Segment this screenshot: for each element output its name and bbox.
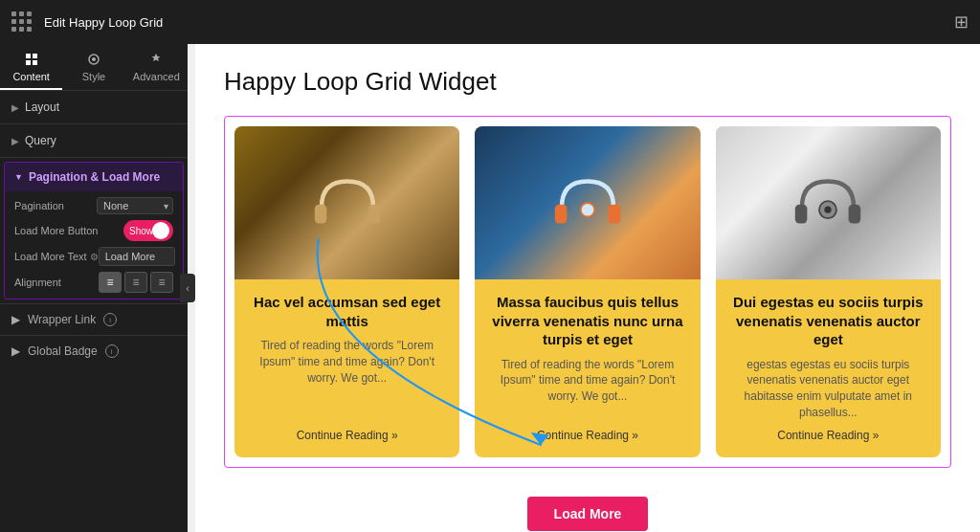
section-pagination-header[interactable]: ▼ Pagination & Load More bbox=[5, 163, 183, 191]
global-badge-info-icon: i bbox=[105, 344, 119, 358]
card-grid: Hac vel accumsan sed eget mattis Tired o… bbox=[224, 116, 951, 468]
svg-point-10 bbox=[581, 203, 594, 216]
tab-style[interactable]: Style bbox=[62, 44, 124, 90]
card-1: Hac vel accumsan sed eget mattis Tired o… bbox=[234, 126, 459, 457]
toggle-on-label: Show bbox=[129, 226, 153, 236]
dynamic-icon: ⚙ bbox=[90, 252, 99, 262]
pagination-label: Pagination bbox=[14, 200, 64, 211]
svg-point-5 bbox=[92, 57, 96, 61]
alignment-buttons: ≡ ≡ ≡ bbox=[99, 272, 173, 293]
svg-rect-7 bbox=[368, 205, 380, 224]
sidebar-collapse-button[interactable]: ‹ bbox=[180, 274, 195, 302]
tab-advanced[interactable]: Advanced bbox=[125, 44, 188, 90]
svg-rect-11 bbox=[795, 205, 808, 224]
card-1-excerpt: Tired of reading the words "Lorem Ipsum"… bbox=[248, 338, 446, 386]
svg-rect-2 bbox=[26, 60, 31, 65]
pagination-arrow-icon: ▼ bbox=[14, 172, 23, 182]
svg-rect-9 bbox=[609, 205, 621, 224]
card-2-link[interactable]: Continue Reading » bbox=[488, 429, 686, 442]
svg-rect-1 bbox=[33, 54, 37, 58]
global-badge-arrow: ▶ bbox=[11, 344, 20, 358]
load-more-text-label: Load More Text ⚙ bbox=[14, 251, 99, 262]
sidebar: Content Style Advanced ▶ Layout ▶ Query bbox=[0, 44, 188, 532]
toggle-knob bbox=[152, 222, 169, 239]
card-3-body: Dui egestas eu sociis turpis venenatis v… bbox=[716, 279, 941, 457]
section-query-header[interactable]: ▶ Query bbox=[0, 124, 188, 157]
pagination-select[interactable]: None Numbers Prev/Next bbox=[97, 197, 173, 214]
tab-content[interactable]: Content bbox=[0, 44, 62, 90]
load-more-toggle[interactable]: Show bbox=[123, 220, 173, 241]
card-3-excerpt: egestas egestas eu sociis turpis venenat… bbox=[729, 357, 927, 421]
load-more-button[interactable]: Load More bbox=[527, 497, 649, 531]
card-1-image bbox=[234, 126, 459, 279]
section-query: ▶ Query bbox=[0, 124, 188, 158]
query-arrow-icon: ▶ bbox=[11, 136, 19, 146]
section-global-badge[interactable]: ▶ Global Badge i bbox=[0, 335, 188, 366]
pagination-row: Pagination None Numbers Prev/Next bbox=[14, 197, 173, 214]
card-1-link[interactable]: Continue Reading » bbox=[248, 429, 446, 442]
menu-dots-icon[interactable] bbox=[11, 11, 33, 33]
card-2-title: Massa faucibus quis tellus viverra venen… bbox=[488, 293, 686, 349]
wrapper-link-arrow: ▶ bbox=[11, 313, 20, 326]
align-left-button[interactable]: ≡ bbox=[99, 272, 122, 293]
alignment-row: Alignment ≡ ≡ ≡ bbox=[14, 272, 173, 293]
card-2-image bbox=[475, 126, 700, 279]
pagination-select-wrapper: None Numbers Prev/Next bbox=[97, 197, 173, 214]
editor-title: Edit Happy Loop Grid bbox=[44, 15, 163, 30]
load-more-button-row: Load More Button Show bbox=[14, 220, 173, 241]
section-layout-header[interactable]: ▶ Layout bbox=[0, 91, 188, 123]
load-more-area: Load More bbox=[224, 487, 951, 532]
alignment-label: Alignment bbox=[14, 277, 61, 288]
card-2: Massa faucibus quis tellus viverra venen… bbox=[475, 126, 700, 457]
svg-rect-12 bbox=[849, 205, 861, 224]
top-bar: Edit Happy Loop Grid ⊞ bbox=[0, 0, 980, 44]
load-more-text-input[interactable] bbox=[99, 247, 175, 266]
section-layout: ▶ Layout bbox=[0, 91, 188, 124]
content-area: Happy Loop Grid Widget Hac vel accumsan … bbox=[195, 44, 980, 532]
sidebar-tabs: Content Style Advanced bbox=[0, 44, 188, 91]
align-center-button[interactable]: ≡ bbox=[124, 272, 147, 293]
load-more-button-label: Load More Button bbox=[14, 225, 98, 236]
card-3-link[interactable]: Continue Reading » bbox=[729, 429, 927, 442]
align-right-button[interactable]: ≡ bbox=[150, 272, 173, 293]
section-pagination: ▼ Pagination & Load More Pagination None… bbox=[4, 162, 184, 299]
svg-rect-8 bbox=[555, 205, 568, 224]
card-1-body: Hac vel accumsan sed eget mattis Tired o… bbox=[234, 279, 459, 457]
svg-point-14 bbox=[825, 207, 832, 213]
card-3-title: Dui egestas eu sociis turpis venenatis v… bbox=[729, 293, 927, 349]
card-1-title: Hac vel accumsan sed eget mattis bbox=[248, 293, 446, 330]
load-more-text-row: Load More Text ⚙ bbox=[14, 247, 173, 266]
card-3: Dui egestas eu sociis turpis venenatis v… bbox=[716, 126, 941, 457]
card-2-excerpt: Tired of reading the words "Lorem Ipsum"… bbox=[488, 357, 686, 405]
layout-arrow-icon: ▶ bbox=[11, 102, 19, 113]
card-2-body: Massa faucibus quis tellus viverra venen… bbox=[475, 279, 700, 457]
svg-rect-6 bbox=[314, 205, 326, 224]
widget-title: Happy Loop Grid Widget bbox=[224, 67, 951, 97]
pagination-fields: Pagination None Numbers Prev/Next Load M… bbox=[5, 191, 183, 299]
wrapper-link-info-icon: i bbox=[103, 313, 117, 326]
svg-rect-3 bbox=[33, 60, 37, 65]
section-wrapper-link[interactable]: ▶ Wrapper Link i bbox=[0, 303, 188, 335]
card-3-image bbox=[716, 126, 941, 279]
svg-rect-0 bbox=[26, 54, 31, 58]
grid-view-icon[interactable]: ⊞ bbox=[954, 11, 969, 33]
